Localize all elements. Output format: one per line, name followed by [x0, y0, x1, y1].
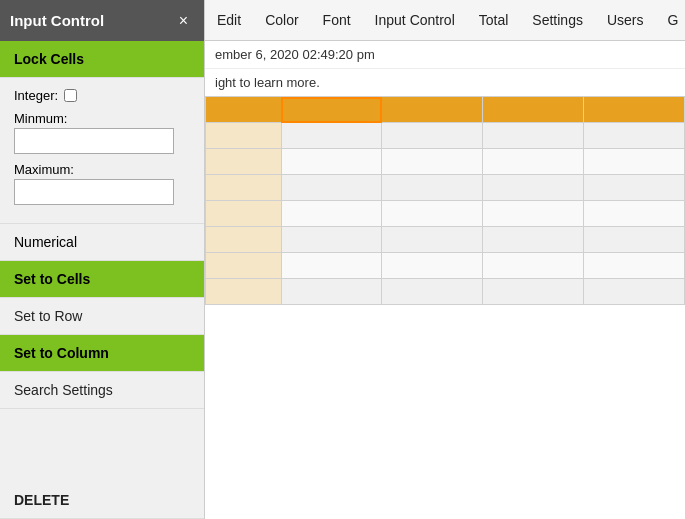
table-cell[interactable]: [206, 97, 282, 123]
table-cell[interactable]: [206, 201, 282, 227]
minimum-input[interactable]: [14, 128, 174, 154]
menu-item-users[interactable]: Users: [603, 8, 648, 32]
table-cell[interactable]: [483, 123, 584, 149]
table-cell[interactable]: [584, 149, 685, 175]
table-cell[interactable]: [281, 201, 382, 227]
table-cell[interactable]: [584, 97, 685, 123]
menubar: Edit Color Font Input Control Total Sett…: [205, 0, 685, 41]
table-row: [206, 149, 685, 175]
table-cell[interactable]: [584, 279, 685, 305]
sidebar-item-delete[interactable]: DELETE: [0, 482, 204, 519]
table-cell[interactable]: [382, 279, 483, 305]
table-cell[interactable]: [382, 227, 483, 253]
integer-row: Integer:: [14, 88, 190, 103]
table-cell-selected[interactable]: [281, 97, 382, 123]
table-cell[interactable]: [483, 201, 584, 227]
sidebar: Input Control × Lock Cells Integer: Minm…: [0, 0, 205, 519]
table-cell[interactable]: [206, 149, 282, 175]
table-cell[interactable]: [281, 227, 382, 253]
table-row: [206, 279, 685, 305]
menu-item-color[interactable]: Color: [261, 8, 302, 32]
table-cell[interactable]: [382, 97, 483, 123]
table-cell[interactable]: [483, 97, 584, 123]
date-bar: ember 6, 2020 02:49:20 pm: [205, 41, 685, 69]
table-row: [206, 253, 685, 279]
table-cell[interactable]: [483, 227, 584, 253]
table-cell[interactable]: [584, 175, 685, 201]
table-cell[interactable]: [483, 253, 584, 279]
table-cell[interactable]: [281, 253, 382, 279]
table-cell[interactable]: [206, 175, 282, 201]
table-cell[interactable]: [206, 253, 282, 279]
table-cell[interactable]: [281, 149, 382, 175]
menu-item-input-control[interactable]: Input Control: [371, 8, 459, 32]
delete-label: DELETE: [14, 492, 69, 508]
table-cell[interactable]: [206, 227, 282, 253]
spreadsheet[interactable]: [205, 96, 685, 519]
sidebar-item-search-settings[interactable]: Search Settings: [0, 372, 204, 409]
info-text: ight to learn more.: [215, 75, 320, 90]
set-to-cells-label: Set to Cells: [14, 271, 90, 287]
sidebar-header: Input Control ×: [0, 0, 204, 41]
table-row: [206, 175, 685, 201]
sidebar-item-set-to-row[interactable]: Set to Row: [0, 298, 204, 335]
table-cell[interactable]: [382, 123, 483, 149]
maximum-row: Maximum:: [14, 162, 190, 205]
table-cell[interactable]: [281, 279, 382, 305]
info-bar: ight to learn more.: [205, 69, 685, 96]
main-area: Edit Color Font Input Control Total Sett…: [205, 0, 685, 519]
minimum-label: Minmum:: [14, 111, 190, 126]
table-row: [206, 227, 685, 253]
menu-item-edit[interactable]: Edit: [213, 8, 245, 32]
sidebar-item-set-to-column[interactable]: Set to Column: [0, 335, 204, 372]
table-cell[interactable]: [584, 123, 685, 149]
date-text: ember 6, 2020 02:49:20 pm: [215, 47, 375, 62]
table-cell[interactable]: [206, 123, 282, 149]
search-settings-label: Search Settings: [14, 382, 113, 398]
table-row: [206, 201, 685, 227]
table-row: [206, 97, 685, 123]
close-button[interactable]: ×: [173, 10, 194, 32]
menu-item-settings[interactable]: Settings: [528, 8, 587, 32]
menu-item-total[interactable]: Total: [475, 8, 513, 32]
table-cell[interactable]: [483, 175, 584, 201]
integer-checkbox[interactable]: [64, 89, 77, 102]
table-cell[interactable]: [584, 227, 685, 253]
table-cell[interactable]: [483, 279, 584, 305]
table-cell[interactable]: [382, 175, 483, 201]
spreadsheet-table: [205, 96, 685, 305]
table-cell[interactable]: [281, 175, 382, 201]
menu-item-font[interactable]: Font: [319, 8, 355, 32]
table-cell[interactable]: [206, 279, 282, 305]
minimum-row: Minmum:: [14, 111, 190, 154]
numerical-label: Numerical: [14, 234, 77, 250]
input-fields-section: Integer: Minmum: Maximum:: [0, 78, 204, 224]
table-cell[interactable]: [483, 149, 584, 175]
sidebar-item-set-to-cells[interactable]: Set to Cells: [0, 261, 204, 298]
sidebar-item-numerical[interactable]: Numerical: [0, 224, 204, 261]
sidebar-title: Input Control: [10, 12, 104, 29]
table-cell[interactable]: [584, 201, 685, 227]
table-row: [206, 123, 685, 149]
lock-cells-label: Lock Cells: [14, 51, 84, 67]
maximum-input[interactable]: [14, 179, 174, 205]
set-to-row-label: Set to Row: [14, 308, 82, 324]
menu-item-g[interactable]: G: [664, 8, 683, 32]
set-to-column-label: Set to Column: [14, 345, 109, 361]
table-cell[interactable]: [382, 253, 483, 279]
table-cell[interactable]: [281, 123, 382, 149]
table-cell[interactable]: [382, 149, 483, 175]
sidebar-item-lock-cells[interactable]: Lock Cells: [0, 41, 204, 78]
table-cell[interactable]: [382, 201, 483, 227]
table-cell[interactable]: [584, 253, 685, 279]
maximum-label: Maximum:: [14, 162, 190, 177]
integer-label: Integer:: [14, 88, 58, 103]
